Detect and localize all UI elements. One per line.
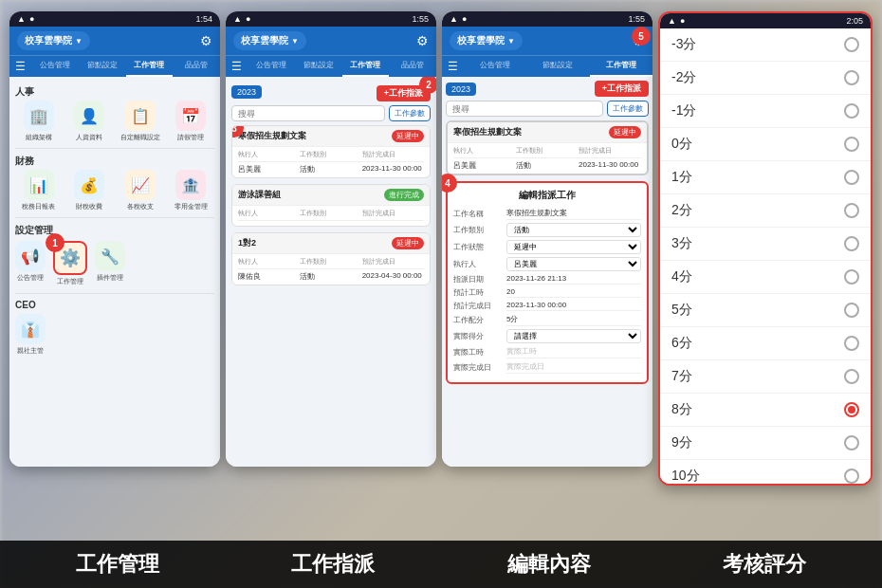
status-dot-4: ● bbox=[680, 16, 685, 26]
hamburger-1[interactable]: ☰ bbox=[9, 56, 31, 77]
t3-h2: 工作類別 bbox=[300, 257, 361, 269]
nav-work-3[interactable]: 工作管理 bbox=[590, 56, 652, 77]
task-2-title: 游泳課善組 bbox=[238, 189, 281, 201]
rating-item-13[interactable]: 10分 bbox=[660, 460, 871, 484]
rating-item-3[interactable]: 0分 bbox=[660, 128, 871, 161]
form-row-status: 工作狀態 延遲中 bbox=[453, 240, 641, 254]
nav-work-2[interactable]: 工作管理 bbox=[342, 56, 390, 77]
rating-item-1[interactable]: -2分 bbox=[660, 62, 871, 95]
nav-settings-1[interactable]: 節點設定 bbox=[79, 56, 126, 77]
task-card-2[interactable]: 游泳課善組 進行完成 執行人 工作類別 預計完成日 bbox=[231, 184, 431, 227]
hamburger-3[interactable]: ☰ bbox=[442, 56, 464, 77]
radio-3[interactable] bbox=[844, 137, 859, 152]
form-row-score: 工作配分 5分 bbox=[453, 314, 641, 326]
task-card-3[interactable]: 1對2 延遲中 執行人 陳佑良 工作類別 活動 預計完成日 bbox=[231, 232, 431, 285]
member-btn-3[interactable]: 工作參數 bbox=[607, 101, 649, 117]
task-card-1[interactable]: 3 寒假招生規劃文案 延遲中 執行人 呂美麗 工作類別 活動 bbox=[231, 125, 431, 178]
nav-prod-2[interactable]: 品品管 bbox=[389, 56, 436, 77]
radio-5[interactable] bbox=[844, 203, 859, 218]
search-input-2[interactable] bbox=[231, 105, 385, 121]
task-1-col-h1: 執行人 bbox=[238, 150, 300, 162]
task-hl-cols: 執行人 呂美麗 工作類別 活動 預計完成日 2023-11-30 00:00 bbox=[448, 143, 647, 174]
year-button-2[interactable]: 2023 bbox=[231, 85, 262, 99]
radio-13[interactable] bbox=[844, 469, 859, 484]
task-hl-status: 延遲中 bbox=[609, 126, 641, 138]
icon-relatives[interactable]: 👔 親社主管 bbox=[15, 314, 46, 356]
icon-hr-label: 人資資料 bbox=[76, 133, 102, 142]
radio-7[interactable] bbox=[844, 269, 859, 285]
icon-resign[interactable]: 📋 自定離職設定 bbox=[117, 101, 164, 142]
form-row-actual-date: 實際完成日 實際完成日 bbox=[453, 361, 641, 374]
icon-org-box: 🏢 bbox=[24, 101, 54, 131]
radio-2[interactable] bbox=[844, 103, 859, 119]
status-bar-3: ▲ ● 1:55 bbox=[442, 11, 652, 27]
search-input-3[interactable] bbox=[446, 101, 603, 117]
logo-arrow-1: ▼ bbox=[75, 37, 83, 46]
form-select-executor[interactable]: 呂美麗 bbox=[506, 257, 641, 271]
task-hl-title: 寒假招生規劃文案 bbox=[453, 126, 522, 138]
rating-item-11[interactable]: 8分 bbox=[660, 394, 871, 427]
icon-work-mgmt[interactable]: 1 ⚙️ 工作管理 bbox=[53, 241, 87, 286]
radio-10[interactable] bbox=[844, 369, 859, 384]
icon-plugin[interactable]: 🔧 插件管理 bbox=[95, 241, 125, 286]
radio-4[interactable] bbox=[844, 170, 859, 185]
radio-9[interactable] bbox=[844, 336, 859, 351]
rating-item-2[interactable]: -1分 bbox=[660, 95, 871, 128]
icon-tax-income[interactable]: 📈 各稅收支 bbox=[117, 170, 164, 211]
rating-item-6[interactable]: 3分 bbox=[660, 228, 871, 261]
form-select-type[interactable]: 活動 bbox=[506, 223, 641, 237]
nav-announcements-1[interactable]: 公告管理 bbox=[31, 56, 79, 77]
icon-org[interactable]: 🏢 組織架構 bbox=[15, 101, 63, 142]
wlh-3: 2023 +工作指派 bbox=[446, 81, 649, 97]
rating-item-8[interactable]: 5分 bbox=[660, 294, 871, 327]
rating-item-9[interactable]: 6分 bbox=[660, 327, 871, 360]
gear-button-1[interactable]: ⚙ bbox=[200, 33, 212, 48]
rating-item-4[interactable]: 1分 bbox=[660, 161, 871, 194]
form-label-name: 工作名稱 bbox=[453, 209, 503, 219]
add-work-btn-3[interactable]: +工作指派 bbox=[595, 81, 649, 97]
logo-button-2[interactable]: 校享雲學院 ▼ bbox=[233, 31, 306, 50]
nav-set-3[interactable]: 節點設定 bbox=[526, 56, 589, 77]
rating-item-10[interactable]: 7分 bbox=[660, 360, 871, 394]
rating-item-7[interactable]: 4分 bbox=[660, 261, 871, 294]
form-value-score: 5分 bbox=[506, 314, 641, 326]
logo-button-1[interactable]: 校享雲學院 ▼ bbox=[17, 31, 90, 50]
nav-ann-3[interactable]: 公告管理 bbox=[464, 56, 526, 77]
radio-8[interactable] bbox=[844, 303, 859, 318]
radio-6[interactable] bbox=[844, 236, 859, 251]
member-button-2[interactable]: 工作參數 bbox=[389, 105, 431, 121]
nav-products-1[interactable]: 品品管 bbox=[173, 56, 220, 77]
nav-set-2[interactable]: 節點設定 bbox=[295, 56, 342, 77]
search-row-2: 工作參數 bbox=[231, 105, 431, 121]
icon-petty-cash[interactable]: 🏦 零用金管理 bbox=[168, 170, 215, 211]
rating-item-0[interactable]: -3分 bbox=[660, 28, 871, 62]
radio-0[interactable] bbox=[844, 37, 859, 52]
task-highlight[interactable]: 寒假招生規劃文案 延遲中 執行人 呂美麗 工作類別 活動 預計 bbox=[446, 120, 649, 175]
edit-form-title: 編輯指派工作 bbox=[453, 189, 641, 202]
hamburger-2[interactable]: ☰ bbox=[226, 56, 248, 77]
icon-leave[interactable]: 📅 請假管理 bbox=[168, 101, 215, 142]
icon-announcement[interactable]: 📢 公告管理 bbox=[15, 241, 46, 286]
task-1-col-h3: 預計完成日 bbox=[362, 150, 424, 162]
nav-work-1[interactable]: 工作管理 bbox=[126, 56, 174, 77]
form-label-assigndate: 指派日期 bbox=[453, 274, 503, 285]
icon-tax-report[interactable]: 📊 稅務日報表 bbox=[15, 170, 63, 211]
icon-finance-collect[interactable]: 💰 財稅收費 bbox=[66, 170, 114, 211]
logo-button-3[interactable]: 校享雲學院 ▼ bbox=[450, 31, 523, 50]
nav-ann-2[interactable]: 公告管理 bbox=[248, 56, 295, 77]
year-btn-3[interactable]: 2023 bbox=[446, 83, 476, 96]
form-row-actual-score: 實際得分 請選擇 bbox=[453, 329, 641, 343]
radio-1[interactable] bbox=[844, 70, 859, 85]
icon-hr[interactable]: 👤 人資資料 bbox=[66, 101, 114, 142]
form-select-actual-score[interactable]: 請選擇 bbox=[506, 329, 641, 343]
phones-container: ▲ ● 1:54 校享雲學院 ▼ ⚙ ☰ 公告管理 節點設定 工作管理 品品管 bbox=[0, 0, 882, 541]
t3-v2: 活動 bbox=[300, 271, 361, 282]
bottom-label-1: 工作指派 bbox=[226, 550, 442, 579]
radio-12[interactable] bbox=[844, 435, 859, 450]
rating-item-12[interactable]: 9分 bbox=[660, 427, 871, 460]
radio-11[interactable] bbox=[844, 402, 859, 417]
form-select-status[interactable]: 延遲中 bbox=[506, 240, 641, 254]
rating-item-5[interactable]: 2分 bbox=[660, 194, 871, 228]
icon-leave-box: 📅 bbox=[175, 101, 206, 131]
gear-button-2[interactable]: ⚙ bbox=[416, 33, 429, 48]
